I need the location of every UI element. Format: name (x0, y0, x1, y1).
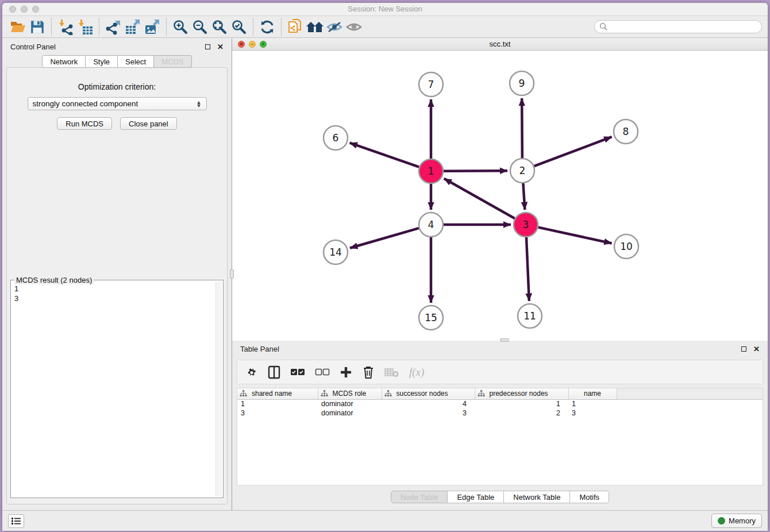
add-row-icon[interactable] (340, 365, 352, 379)
select-all-icon[interactable] (290, 365, 305, 379)
splitter-grip[interactable] (230, 269, 234, 279)
home-layout-icon[interactable] (305, 18, 325, 36)
zoom-fit-icon[interactable] (210, 18, 229, 36)
tab-network-table[interactable]: Network Table (504, 491, 570, 503)
column-header-successor-nodes[interactable]: successor nodes (382, 388, 475, 399)
table-cell[interactable]: 2 (475, 408, 568, 418)
export-network-icon[interactable] (103, 18, 123, 36)
minimize-window-button[interactable] (21, 6, 28, 13)
zoom-selected-icon[interactable] (229, 18, 249, 36)
delete-table-icon (384, 365, 399, 379)
node-label-15: 15 (425, 312, 437, 323)
maximize-network-button[interactable]: + (260, 41, 267, 48)
node-label-4: 4 (428, 219, 434, 230)
open-session-icon[interactable] (8, 18, 28, 36)
network-window-title: scc.txt (232, 38, 768, 50)
network-window-controls: ✕ − + (238, 41, 267, 48)
table-cell[interactable]: dominator (318, 399, 382, 408)
close-window-button[interactable] (9, 6, 16, 13)
hide-selected-icon[interactable] (325, 18, 344, 36)
save-session-icon[interactable] (28, 18, 47, 36)
node-table: shared nameMCDS rolesuccessor nodesprede… (237, 388, 763, 418)
column-header-shared-name[interactable]: shared name (237, 388, 318, 399)
float-panel-icon[interactable] (205, 44, 210, 49)
column-header-name[interactable]: name (568, 388, 617, 399)
zoom-in-icon[interactable] (171, 18, 190, 36)
edge-2-8[interactable] (534, 137, 612, 166)
copy-network-view-icon[interactable] (286, 18, 305, 36)
column-type-icon (321, 390, 328, 397)
edge-4-14[interactable] (350, 228, 419, 248)
import-table-icon[interactable] (75, 18, 95, 36)
tab-style[interactable]: Style (86, 55, 118, 68)
tab-edge-table[interactable]: Edge Table (448, 491, 504, 503)
status-bar: Memory (2, 510, 768, 531)
mcds-result-box: MCDS result (2 nodes) 1 3 (10, 280, 224, 498)
tab-select[interactable]: Select (118, 55, 154, 68)
tab-network[interactable]: Network (42, 55, 86, 68)
window-controls (9, 6, 39, 13)
show-columns-icon[interactable] (268, 365, 280, 379)
memory-label: Memory (729, 516, 756, 525)
table-cell[interactable]: 1 (568, 399, 617, 408)
edge-2-3[interactable] (523, 183, 525, 210)
main-area: Control Panel ✕ NetworkStyleSelectMCDS O… (2, 38, 768, 510)
table-cell[interactable]: dominator (318, 408, 382, 418)
table-cell[interactable]: 3 (237, 408, 318, 418)
import-network-icon[interactable] (56, 18, 75, 36)
refresh-view-icon[interactable] (257, 18, 277, 36)
table-cell[interactable]: 3 (382, 408, 475, 418)
tab-node-table[interactable]: Node Table (391, 491, 448, 503)
task-history-button[interactable] (8, 514, 24, 528)
table-cell-empty (617, 399, 763, 408)
node-label-3: 3 (523, 219, 529, 230)
run-mcds-button[interactable]: Run MCDS (57, 117, 112, 130)
criterion-dropdown[interactable]: strongly connected component ▲▼ (28, 97, 207, 110)
memory-button[interactable]: Memory (711, 514, 762, 528)
minimize-network-button[interactable]: − (249, 41, 256, 48)
table-cell[interactable]: 1 (237, 399, 318, 408)
edge-3-1[interactable] (444, 179, 515, 218)
export-table-icon[interactable] (123, 18, 143, 36)
tab-motifs[interactable]: Motifs (570, 491, 609, 503)
close-panel-icon[interactable]: ✕ (217, 43, 224, 51)
close-panel-button[interactable]: Close panel (120, 117, 177, 130)
table-cell[interactable]: 4 (382, 399, 475, 408)
network-canvas[interactable]: 1234678910111415 (232, 51, 768, 341)
mcds-result-text[interactable]: 1 3 (12, 283, 215, 496)
zoom-window-button[interactable] (32, 6, 39, 13)
table-toolbar: f(x) (237, 360, 763, 384)
unselect-all-icon[interactable] (315, 365, 330, 379)
close-network-button[interactable]: ✕ (238, 41, 245, 48)
table-row[interactable]: 3dominator323 (237, 408, 763, 418)
table-cell[interactable]: 1 (475, 399, 568, 408)
horizontal-splitter-grip[interactable] (500, 338, 509, 342)
table-cell[interactable]: 3 (568, 408, 617, 418)
export-image-icon[interactable] (143, 18, 162, 36)
table-tabs: Node TableEdge TableNetwork TableMotifs (232, 485, 768, 508)
node-table-wrap: shared nameMCDS rolesuccessor nodesprede… (237, 388, 763, 485)
float-table-panel-icon[interactable] (741, 346, 746, 352)
table-settings-icon[interactable] (245, 365, 258, 379)
result-scrollbar[interactable] (215, 282, 222, 496)
edge-2-9[interactable] (522, 98, 522, 158)
edge-1-6[interactable] (350, 143, 419, 167)
node-label-7: 7 (428, 79, 434, 90)
show-all-icon[interactable] (344, 18, 364, 36)
column-header-predecessor-nodes[interactable]: predecessor nodes (475, 388, 568, 399)
right-area: ✕ − + scc.txt 12346789101114 (232, 38, 768, 510)
zoom-out-icon[interactable] (190, 18, 210, 36)
control-panel-tabs: NetworkStyleSelectMCDS (2, 55, 232, 68)
edge-3-11[interactable] (526, 237, 529, 301)
main-toolbar (2, 16, 768, 38)
column-header-MCDS-role[interactable]: MCDS role (318, 388, 382, 399)
table-row[interactable]: 1dominator411 (237, 399, 763, 408)
edge-1-2[interactable] (444, 171, 507, 171)
search-input[interactable] (594, 20, 762, 33)
close-table-panel-icon[interactable]: ✕ (753, 345, 760, 353)
delete-row-icon[interactable] (362, 365, 375, 379)
tab-mcds[interactable]: MCDS (154, 55, 191, 68)
control-panel-title: Control Panel (10, 43, 56, 51)
edge-3-10[interactable] (538, 228, 611, 244)
task-list-icon (11, 517, 21, 525)
